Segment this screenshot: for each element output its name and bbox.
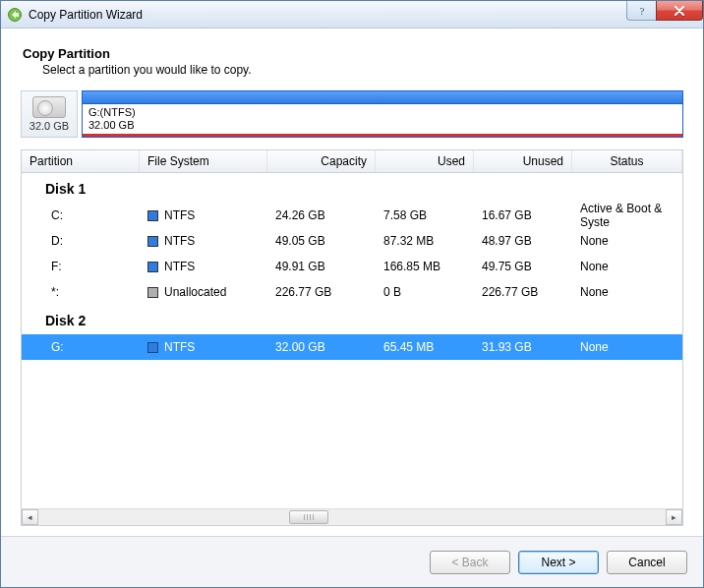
partition-bar-label: G:(NTFS) [88, 106, 676, 119]
cell-status: None [572, 260, 682, 273]
horizontal-scrollbar[interactable]: ◂ ▸ [22, 508, 682, 525]
cell-capacity: 49.05 GB [267, 234, 376, 248]
next-button[interactable]: Next > [518, 551, 599, 574]
cell-partition: D: [22, 234, 140, 248]
content: Copy Partition Select a partition you wo… [1, 29, 703, 536]
disk-visual: 32.0 GB G:(NTFS) 32.00 GB [21, 90, 683, 138]
cell-filesystem: NTFS [140, 208, 267, 222]
cancel-button[interactable]: Cancel [607, 551, 687, 574]
partition-bar-bottom [83, 134, 682, 137]
cell-partition: F: [22, 260, 140, 273]
close-button[interactable] [656, 1, 703, 21]
cell-partition: *: [22, 285, 140, 299]
scroll-right-button[interactable]: ▸ [666, 509, 682, 525]
disk-size-label: 32.0 GB [29, 120, 69, 132]
cell-filesystem: NTFS [140, 260, 267, 273]
page-subtitle: Select a partition you would like to cop… [42, 63, 683, 77]
disk-icon-box: 32.0 GB [21, 90, 78, 138]
table-row[interactable]: D: NTFS 49.05 GB 87.32 MB 48.97 GB None [22, 228, 682, 254]
table-row[interactable]: *: Unallocated 226.77 GB 0 B 226.77 GB N… [22, 279, 682, 305]
scroll-left-button[interactable]: ◂ [22, 509, 38, 525]
cell-unused: 31.93 GB [474, 340, 572, 354]
table-row[interactable]: G: NTFS 32.00 GB 65.45 MB 31.93 GB None [22, 334, 682, 360]
fs-swatch-icon [147, 236, 158, 247]
cell-status: None [572, 285, 682, 299]
scroll-track[interactable] [38, 509, 666, 525]
cell-unused: 226.77 GB [474, 285, 572, 299]
col-capacity[interactable]: Capacity [267, 150, 376, 172]
cell-status: None [572, 340, 682, 354]
app-icon [7, 7, 23, 23]
col-partition[interactable]: Partition [22, 150, 140, 172]
cell-partition: G: [22, 340, 140, 354]
window-title: Copy Partition Wizard [29, 8, 143, 22]
cell-unused: 49.75 GB [474, 260, 572, 273]
cell-filesystem: NTFS [140, 340, 267, 354]
help-button[interactable]: ? [626, 1, 656, 21]
window-controls: ? [626, 1, 703, 21]
cell-capacity: 24.26 GB [267, 208, 376, 222]
group-disk1: Disk 1 [22, 173, 682, 203]
page-title: Copy Partition [23, 46, 681, 61]
svg-text:?: ? [639, 5, 644, 17]
cell-filesystem: NTFS [140, 234, 267, 248]
cell-unused: 16.67 GB [474, 208, 572, 222]
list-header: Partition File System Capacity Used Unus… [22, 149, 682, 173]
cell-capacity: 49.91 GB [267, 260, 376, 273]
cell-status: None [572, 234, 682, 248]
cell-filesystem: Unallocated [140, 285, 267, 299]
cell-status: Active & Boot & Syste [572, 202, 682, 229]
cell-used: 7.58 GB [376, 208, 474, 222]
table-row[interactable]: C: NTFS 24.26 GB 7.58 GB 16.67 GB Active… [22, 203, 682, 228]
partition-bar-size: 32.00 GB [88, 119, 676, 132]
cell-used: 166.85 MB [376, 260, 474, 273]
list-body: Disk 1 C: NTFS 24.26 GB 7.58 GB 16.67 GB… [22, 173, 682, 508]
cell-unused: 48.97 GB [474, 234, 572, 248]
cell-used: 65.45 MB [376, 340, 474, 354]
fs-swatch-icon [147, 342, 158, 353]
cell-used: 87.32 MB [376, 234, 474, 248]
hdd-icon [32, 96, 66, 118]
col-used[interactable]: Used [376, 150, 474, 172]
col-unused[interactable]: Unused [474, 150, 572, 172]
group-disk2: Disk 2 [22, 305, 682, 334]
cell-capacity: 32.00 GB [267, 340, 376, 354]
partition-bar-fill [83, 91, 682, 104]
scroll-thumb[interactable] [289, 510, 328, 524]
fs-swatch-icon [147, 210, 158, 221]
footer: < Back Next > Cancel [1, 536, 703, 587]
partition-bar[interactable]: G:(NTFS) 32.00 GB [82, 90, 683, 138]
cell-capacity: 226.77 GB [267, 285, 376, 299]
cell-partition: C: [22, 208, 140, 222]
fs-swatch-icon [147, 287, 158, 298]
partition-list: Partition File System Capacity Used Unus… [21, 149, 683, 526]
col-status[interactable]: Status [572, 150, 682, 172]
back-button[interactable]: < Back [430, 551, 510, 574]
partition-bar-info: G:(NTFS) 32.00 GB [83, 104, 682, 134]
col-filesystem[interactable]: File System [140, 150, 267, 172]
table-row[interactable]: F: NTFS 49.91 GB 166.85 MB 49.75 GB None [22, 254, 682, 279]
fs-swatch-icon [147, 262, 158, 272]
titlebar: Copy Partition Wizard ? [1, 1, 703, 29]
cell-used: 0 B [376, 285, 474, 299]
